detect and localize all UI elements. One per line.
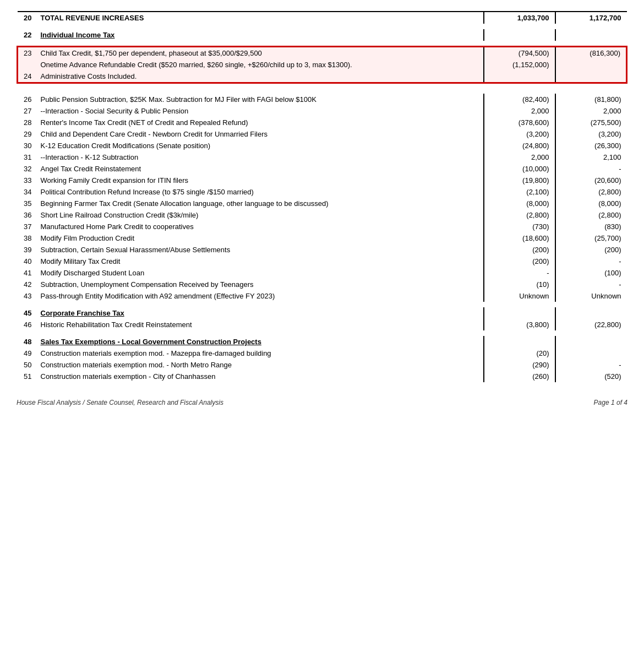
row-number: 29 <box>18 128 37 140</box>
table-row: 24Administrative Costs Included. <box>18 70 627 83</box>
row-number: 30 <box>18 140 37 151</box>
row-value1: (18,600) <box>484 232 555 244</box>
row-number: 50 <box>18 359 37 371</box>
table-row: 49Construction materials exemption mod. … <box>18 348 627 359</box>
row-description: Construction materials exemption - City … <box>37 371 484 382</box>
row-number: 46 <box>18 319 37 330</box>
row-number: 24 <box>18 70 37 83</box>
row-value1: (20) <box>484 348 555 359</box>
row-value1: (378,600) <box>484 117 555 128</box>
footer-left: House Fiscal Analysis / Senate Counsel, … <box>17 399 223 406</box>
row-number: 43 <box>18 290 37 302</box>
row-value1 <box>484 336 555 348</box>
table-row: 51Construction materials exemption - Cit… <box>18 371 627 382</box>
row-number: 51 <box>18 371 37 382</box>
row-description: Modify Discharged Student Loan <box>37 267 484 279</box>
row-value2: (8,000) <box>555 198 627 209</box>
row-value2: (22,800) <box>555 319 627 330</box>
table-row: 36Short Line Railroad Construction Credi… <box>18 209 627 221</box>
row-number: 23 <box>18 46 37 59</box>
row-description: Construction materials exemption mod. - … <box>37 359 484 371</box>
row-number: 36 <box>18 209 37 221</box>
row-number: 33 <box>18 175 37 186</box>
row-description: Subtraction, Unemployment Compensation R… <box>37 279 484 290</box>
table-row: 30K-12 Education Credit Modifications (S… <box>18 140 627 151</box>
row-description: Administrative Costs Included. <box>37 70 484 83</box>
table-row: 38Modify Film Production Credit(18,600)(… <box>18 232 627 244</box>
row-value1: 2,000 <box>484 105 555 117</box>
table-row: 34Political Contribution Refund Increase… <box>18 186 627 198</box>
table-row: 40Modify Military Tax Credit(200)- <box>18 256 627 267</box>
table-row: 20TOTAL REVENUE INCREASES1,033,7001,172,… <box>18 12 627 24</box>
row-value1: (8,000) <box>484 198 555 209</box>
row-description: TOTAL REVENUE INCREASES <box>37 12 484 24</box>
row-value1 <box>484 29 555 41</box>
row-number: 41 <box>18 267 37 279</box>
table-row: 23Child Tax Credit, $1,750 per dependent… <box>18 46 627 59</box>
row-number: 39 <box>18 244 37 256</box>
row-value1: (290) <box>484 359 555 371</box>
row-value1: (730) <box>484 221 555 232</box>
row-description: K-12 Education Credit Modifications (Sen… <box>37 140 484 151</box>
row-number: 38 <box>18 232 37 244</box>
row-description: --Interaction - K-12 Subtraction <box>37 151 484 163</box>
row-value2: (520) <box>555 371 627 382</box>
table-row: 22Individual Income Tax <box>18 29 627 41</box>
row-number: 48 <box>18 336 37 348</box>
table-row: 39Subtraction, Certain Sexual Harassment… <box>18 244 627 256</box>
row-description: Angel Tax Credit Reinstatement <box>37 163 484 175</box>
table-row: 28Renter's Income Tax Credit (NET of Cre… <box>18 117 627 128</box>
row-value1: (2,800) <box>484 209 555 221</box>
table-row: 27--Interaction - Social Security & Publ… <box>18 105 627 117</box>
footer-right: Page 1 of 4 <box>594 399 627 406</box>
row-value2: (816,300) <box>555 46 627 59</box>
row-value1: (3,800) <box>484 319 555 330</box>
row-number: 20 <box>18 12 37 24</box>
table-row: 37Manufactured Home Park Credit to coope… <box>18 221 627 232</box>
row-value1: (794,500) <box>484 46 555 59</box>
row-value1: 2,000 <box>484 151 555 163</box>
row-description: Onetime Advance Refundable Credit ($520 … <box>37 59 484 70</box>
table-row <box>18 330 627 336</box>
table-row: 46Historic Rehabilitation Tax Credit Rei… <box>18 319 627 330</box>
row-number: 32 <box>18 163 37 175</box>
row-value2 <box>555 307 627 319</box>
row-value1 <box>484 70 555 83</box>
row-number: 22 <box>18 29 37 41</box>
row-number: 37 <box>18 221 37 232</box>
row-number: 35 <box>18 198 37 209</box>
row-value2: 2,000 <box>555 105 627 117</box>
table-row: 41Modify Discharged Student Loan-(100) <box>18 267 627 279</box>
row-value1: Unknown <box>484 290 555 302</box>
row-description: Subtraction, Certain Sexual Harassment/A… <box>37 244 484 256</box>
row-value1: (260) <box>484 371 555 382</box>
row-description: Individual Income Tax <box>37 29 484 41</box>
row-description: Political Contribution Refund Increase (… <box>37 186 484 198</box>
row-value2: (26,300) <box>555 140 627 151</box>
table-row: 48Sales Tax Exemptions - Local Governmen… <box>18 336 627 348</box>
row-description: Historic Rehabilitation Tax Credit Reins… <box>37 319 484 330</box>
row-description: Manufactured Home Park Credit to coopera… <box>37 221 484 232</box>
row-number <box>18 59 37 70</box>
row-description: --Interaction - Social Security & Public… <box>37 105 484 117</box>
row-value1: (24,800) <box>484 140 555 151</box>
table-row: 42Subtraction, Unemployment Compensation… <box>18 279 627 290</box>
row-value2 <box>555 59 627 70</box>
row-value2 <box>555 29 627 41</box>
row-value2: (100) <box>555 267 627 279</box>
row-value2: 1,172,700 <box>555 12 627 24</box>
row-description: Working Family Credit expansion for ITIN… <box>37 175 484 186</box>
row-description: Corporate Franchise Tax <box>37 307 484 319</box>
page-footer: House Fiscal Analysis / Senate Counsel, … <box>17 399 627 406</box>
row-description: Modify Military Tax Credit <box>37 256 484 267</box>
row-description: Public Pension Subtraction, $25K Max. Su… <box>37 94 484 105</box>
table-row: Onetime Advance Refundable Credit ($520 … <box>18 59 627 70</box>
row-value2: (3,200) <box>555 128 627 140</box>
table-row <box>18 41 627 46</box>
row-value1 <box>484 307 555 319</box>
row-number: 34 <box>18 186 37 198</box>
row-description: Construction materials exemption mod. - … <box>37 348 484 359</box>
page-container: 20TOTAL REVENUE INCREASES1,033,7001,172,… <box>17 11 627 406</box>
table-row: 29Child and Dependent Care Credit - Newb… <box>18 128 627 140</box>
row-description: Short Line Railroad Construction Credit … <box>37 209 484 221</box>
